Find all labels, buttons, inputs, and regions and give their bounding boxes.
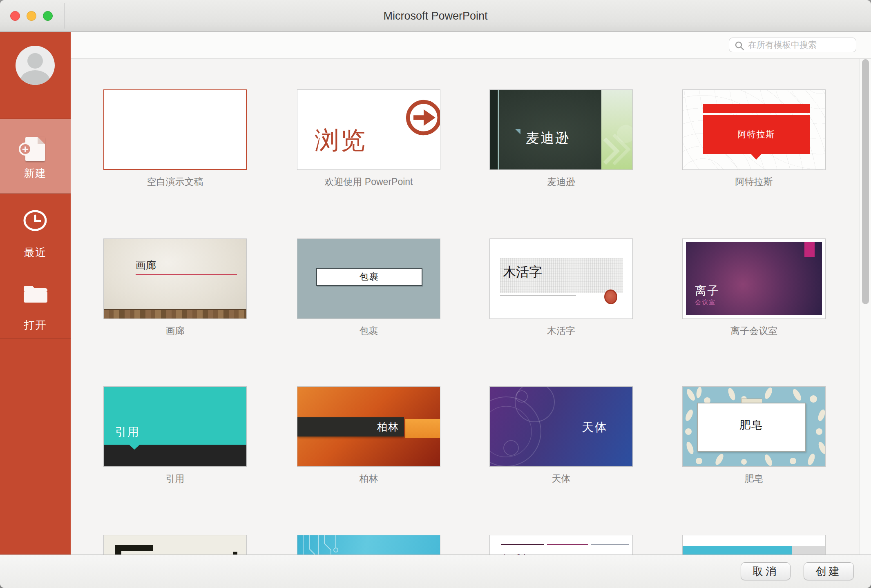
slide-subtitle: 会议室 xyxy=(695,298,716,306)
sidebar-item-recent[interactable]: 最近 xyxy=(0,194,71,266)
template-card-frame[interactable] xyxy=(103,535,247,555)
template-caption: 麦迪逊 xyxy=(473,176,649,188)
window-title: Microsoft PowerPoint xyxy=(0,0,871,32)
clock-icon xyxy=(23,209,47,232)
slide-title: 画廊 xyxy=(136,258,156,272)
slide-title: 柏林 xyxy=(297,417,404,437)
template-caption: 肥皂 xyxy=(666,472,842,485)
new-document-icon: + xyxy=(25,137,45,161)
template-card-gallery[interactable]: 画廊 画廊 xyxy=(103,238,247,341)
template-card-wood-type[interactable]: 木活字 木活字 xyxy=(489,238,633,341)
template-grid: 空白演示文稿 浏览 欢迎使用 PowerPoint xyxy=(71,59,871,555)
tab-decoration xyxy=(804,242,815,257)
template-thumbnail: 麦迪逊 xyxy=(489,89,633,170)
template-thumbnail xyxy=(103,89,247,170)
create-button[interactable]: 创建 xyxy=(804,562,854,580)
template-thumbnail: 阿特拉斯 xyxy=(682,89,826,170)
cancel-button[interactable]: 取消 xyxy=(741,562,791,580)
template-caption: 阿特拉斯 xyxy=(666,176,842,188)
slide-title: 肥皂 xyxy=(697,418,806,432)
template-card-welcome[interactable]: 浏览 欢迎使用 PowerPoint xyxy=(297,89,440,192)
sidebar-item-label: 新建 xyxy=(0,166,71,180)
template-thumbnail: 浏览 xyxy=(297,89,440,170)
template-card-celestial[interactable]: 天体 天体 xyxy=(489,386,633,488)
titlebar: Microsoft PowerPoint xyxy=(0,0,871,32)
template-caption: 引用 xyxy=(87,472,263,485)
template-thumbnail: 引用 xyxy=(103,386,247,467)
sidebar-item-sign-in[interactable]: 登录 xyxy=(0,32,71,118)
template-card-dividend[interactable]: 红利 xyxy=(489,535,633,555)
template-caption: 天体 xyxy=(473,472,649,485)
slide-title: 离子 xyxy=(695,283,719,298)
template-thumbnail xyxy=(103,535,247,555)
browse-text: 浏览 xyxy=(315,124,367,157)
template-card-ion-boardroom[interactable]: 离子 会议室 离子会议室 xyxy=(682,238,826,341)
template-card-berlin[interactable]: 柏林 柏林 xyxy=(297,386,440,488)
template-caption: 木活字 xyxy=(473,325,649,337)
template-caption: 离子会议室 xyxy=(666,325,842,337)
template-caption: 空白演示文稿 xyxy=(87,176,263,188)
wood-floor xyxy=(104,309,246,318)
template-caption: 包裹 xyxy=(281,325,457,337)
template-thumbnail: 包裹 xyxy=(297,238,440,319)
sidebar-item-label: 最近 xyxy=(0,245,71,260)
template-card-circuit[interactable] xyxy=(297,535,440,555)
orbit-decoration xyxy=(490,387,584,467)
search-box[interactable] xyxy=(729,38,856,52)
search-icon xyxy=(735,41,744,51)
template-card-quotable[interactable]: 引用 引用 xyxy=(103,386,247,488)
browse-arrow-icon xyxy=(404,98,440,137)
sidebar-item-open[interactable]: 打开 xyxy=(0,267,71,339)
template-thumbnail: 天体 xyxy=(489,386,633,467)
slide-title: 阿特拉斯 xyxy=(703,115,810,154)
sidebar-item-new[interactable]: + 新建 xyxy=(0,119,71,194)
avatar-icon xyxy=(16,46,55,85)
sidebar: 登录 + 新建 最近 打开 xyxy=(0,32,71,555)
template-thumbnail: 离子 会议室 xyxy=(682,238,826,319)
slide-title: 麦迪逊 xyxy=(526,129,570,147)
powerpoint-window: Microsoft PowerPoint 登录 + 新建 最近 xyxy=(0,0,871,588)
slide-title: 木活字 xyxy=(503,263,542,281)
template-card-parcel[interactable]: 包裹 包裹 xyxy=(297,238,440,341)
chevron-decoration xyxy=(601,90,633,170)
sidebar-item-label: 打开 xyxy=(0,318,71,332)
template-thumbnail xyxy=(682,535,826,555)
template-caption: 画廊 xyxy=(87,325,263,337)
template-card-madison[interactable]: 麦迪逊 麦迪逊 xyxy=(489,89,633,192)
folder-icon xyxy=(23,285,48,303)
circuit-decoration xyxy=(297,535,355,555)
slide-title: 天体 xyxy=(582,419,608,436)
slide-title: 红利 xyxy=(501,552,526,555)
template-thumbnail: 木活字 xyxy=(489,238,633,319)
template-thumbnail: 画廊 xyxy=(103,238,247,319)
template-thumbnail: 柏林 xyxy=(297,386,440,467)
template-thumbnail xyxy=(297,535,440,555)
content-header xyxy=(71,32,871,59)
template-card-blank[interactable]: 空白演示文稿 xyxy=(103,89,247,192)
template-card-atlas[interactable]: 阿特拉斯 阿特拉斯 xyxy=(682,89,826,192)
template-thumbnail: 肥皂 xyxy=(682,386,826,467)
template-caption: 欢迎使用 PowerPoint xyxy=(281,176,457,188)
template-thumbnail: 红利 xyxy=(489,535,633,555)
template-card-soap[interactable]: 肥皂 肥皂 xyxy=(682,386,826,488)
slide-title: 包裹 xyxy=(316,268,422,286)
footer-bar: 取消 创建 xyxy=(0,555,871,588)
scrollbar-thumb[interactable] xyxy=(862,59,869,304)
template-card-badge[interactable] xyxy=(682,535,826,555)
template-caption: 柏林 xyxy=(281,472,457,485)
search-input[interactable] xyxy=(747,39,851,51)
slide-title: 引用 xyxy=(115,424,140,440)
